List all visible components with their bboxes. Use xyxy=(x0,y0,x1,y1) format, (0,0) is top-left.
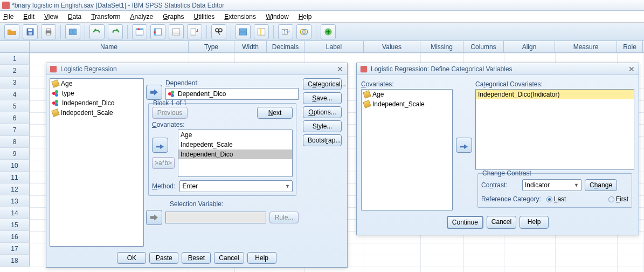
row-header[interactable]: 8 xyxy=(0,136,30,148)
use-var-sets-icon[interactable] xyxy=(321,24,336,39)
weight-cases-icon[interactable] xyxy=(254,24,269,39)
covariates-source-list[interactable]: AgeIndepedent_Scale xyxy=(361,89,453,210)
column-header[interactable]: Name xyxy=(30,41,189,52)
split-file-icon[interactable] xyxy=(236,24,251,39)
menu-help[interactable]: Help xyxy=(299,13,312,21)
undo-icon[interactable] xyxy=(89,24,105,39)
row-header[interactable]: 6 xyxy=(0,112,30,124)
menu-edit[interactable]: Edit xyxy=(23,13,34,21)
style-button[interactable]: Style... xyxy=(303,120,342,132)
variable-item[interactable]: Age xyxy=(50,79,143,89)
row-header[interactable]: 15 xyxy=(0,219,30,231)
move-to-categorical-button[interactable] xyxy=(456,138,472,153)
row-header[interactable]: 5 xyxy=(0,100,30,112)
variable-item[interactable]: type xyxy=(50,89,143,98)
goto-case-icon[interactable] xyxy=(132,24,147,39)
reset-button[interactable]: Reset xyxy=(182,252,211,264)
row-header[interactable]: 14 xyxy=(0,207,30,219)
goto-var-icon[interactable] xyxy=(150,24,165,39)
menubar: FileEditViewDataTransformAnalyzeGraphsUt… xyxy=(0,11,644,23)
row-header[interactable]: 4 xyxy=(0,89,30,100)
move-to-dependent-button[interactable] xyxy=(146,85,162,100)
column-header[interactable]: Align xyxy=(504,41,555,52)
next-button[interactable]: Next xyxy=(257,107,293,119)
help-button[interactable]: Help xyxy=(247,252,276,264)
menu-extensions[interactable]: Extensions xyxy=(224,13,256,21)
covariate-item[interactable]: Age xyxy=(178,130,292,140)
cancel-button[interactable]: Cancel xyxy=(214,252,244,264)
redo-icon[interactable] xyxy=(108,24,123,39)
cancel-button[interactable]: Cancel xyxy=(487,216,516,229)
column-header[interactable]: Values xyxy=(364,41,420,52)
chevron-down-icon: ▼ xyxy=(285,183,290,189)
dependent-field[interactable]: Dependent_Dico xyxy=(165,88,299,100)
categorical-covariates-list[interactable]: Independent_Dico(Indicator) xyxy=(475,89,634,170)
menu-data[interactable]: Data xyxy=(68,13,81,21)
select-cases-icon[interactable]: 1↵ xyxy=(278,24,293,39)
change-button[interactable]: Change xyxy=(585,179,617,191)
move-to-covariates-button[interactable] xyxy=(152,138,168,153)
row-header[interactable]: 2 xyxy=(0,65,30,77)
close-icon[interactable]: ✕ xyxy=(336,65,344,73)
row-header[interactable]: 16 xyxy=(0,231,30,243)
row-header[interactable]: 10 xyxy=(0,160,30,172)
row-header[interactable]: 1 xyxy=(0,53,30,65)
categorical-item[interactable]: Independent_Dico(Indicator) xyxy=(476,90,634,99)
run-descriptives-icon[interactable]: μ xyxy=(187,24,202,39)
last-radio[interactable]: Last xyxy=(546,195,566,203)
column-header[interactable]: Type xyxy=(189,41,234,52)
recall-dialog-icon[interactable] xyxy=(65,24,80,39)
save-button[interactable]: Save... xyxy=(303,92,342,104)
covariate-item[interactable]: Age xyxy=(362,90,452,99)
bootstrap-button[interactable]: Bootstrap... xyxy=(303,134,342,146)
find-icon[interactable] xyxy=(211,24,226,39)
open-icon[interactable] xyxy=(4,24,19,39)
continue-button[interactable]: Continue xyxy=(447,216,483,229)
covariate-item[interactable]: Indepedent_Scale xyxy=(178,140,292,149)
row-header[interactable]: 13 xyxy=(0,195,30,207)
menu-view[interactable]: View xyxy=(44,13,58,21)
save-icon[interactable] xyxy=(23,24,38,39)
variable-item[interactable]: Indepedent_Scale xyxy=(50,108,143,118)
close-icon[interactable]: ✕ xyxy=(628,65,635,73)
row-header[interactable]: 9 xyxy=(0,148,30,160)
source-variable-list[interactable]: AgetypeIndependent_DicoIndepedent_Scale xyxy=(50,78,144,247)
menu-graphs[interactable]: Graphs xyxy=(163,13,184,21)
row-header[interactable]: 12 xyxy=(0,183,30,195)
menu-utilities[interactable]: Utilities xyxy=(194,13,215,21)
column-header[interactable]: Role xyxy=(617,41,643,52)
options-button[interactable]: Options... xyxy=(303,106,342,118)
variable-item[interactable]: Independent_Dico xyxy=(50,98,143,108)
column-header[interactable]: Decimals xyxy=(267,41,304,52)
column-header[interactable]: Missing xyxy=(420,41,463,52)
value-labels-icon[interactable] xyxy=(296,24,311,39)
column-header[interactable]: Width xyxy=(234,41,267,52)
categorical-button[interactable]: Categorical... xyxy=(303,78,342,90)
help-button[interactable]: Help xyxy=(520,216,549,229)
menu-file[interactable]: File xyxy=(3,13,13,21)
menu-transform[interactable]: Transform xyxy=(91,13,120,21)
row-header[interactable]: 11 xyxy=(0,172,30,183)
row-header[interactable]: 17 xyxy=(0,243,30,255)
menu-window[interactable]: Window xyxy=(266,13,289,21)
row-header[interactable]: 7 xyxy=(0,124,30,136)
column-header[interactable]: Measure xyxy=(555,41,617,52)
row-header[interactable]: 3 xyxy=(0,77,30,89)
column-header[interactable]: Label xyxy=(304,41,364,52)
variables-icon[interactable] xyxy=(169,24,184,39)
ok-button[interactable]: OK xyxy=(117,252,146,264)
covariates-list[interactable]: AgeIndepedent_ScaleIndependent_Dico xyxy=(178,130,293,177)
covariate-item[interactable]: Indepedent_Scale xyxy=(362,99,452,109)
paste-button[interactable]: Paste xyxy=(149,252,178,264)
define-categorical-dialog: Logistic Regression: Define Categorical … xyxy=(356,63,639,235)
method-select[interactable]: Enter ▼ xyxy=(179,180,293,192)
move-to-selection-button[interactable] xyxy=(146,210,162,225)
menu-analyze[interactable]: Analyze xyxy=(130,13,153,21)
contrast-select[interactable]: Indicator ▼ xyxy=(522,179,581,191)
covariate-item[interactable]: Independent_Dico xyxy=(178,149,292,159)
print-icon[interactable] xyxy=(41,24,56,39)
row-header[interactable]: 18 xyxy=(0,255,30,267)
selection-variable-label: Selection Variable: xyxy=(170,200,299,208)
first-radio[interactable]: First xyxy=(608,195,628,203)
column-header[interactable]: Columns xyxy=(463,41,504,52)
